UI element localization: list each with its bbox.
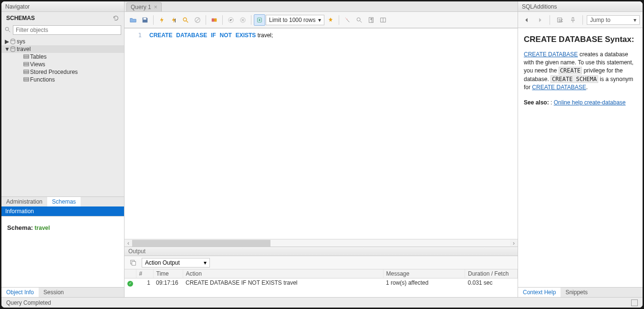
svg-rect-20 (214, 18, 217, 21)
svg-rect-5 (24, 57, 29, 59)
navigator-panel: Navigator SCHEMAS ▶sys ▼travel Tables Vi… (1, 1, 125, 297)
tab-context-help[interactable]: Context Help (518, 288, 561, 297)
tree-item-functions[interactable]: Functions (1, 76, 124, 83)
tab-snippets[interactable]: Snippets (561, 288, 592, 297)
info-schema-label: Schema: (7, 224, 33, 231)
svg-rect-14 (24, 80, 29, 82)
help-forward-button[interactable] (534, 14, 546, 26)
navigator-title: Navigator (1, 1, 124, 12)
tab-session[interactable]: Session (39, 288, 69, 297)
find-button[interactable] (342, 14, 353, 26)
folder-icon (22, 76, 30, 83)
scroll-right-icon[interactable]: › (510, 240, 518, 247)
tab-schemas[interactable]: Schemas (47, 197, 81, 206)
svg-point-0 (5, 27, 9, 31)
info-schema-value: travel (35, 225, 50, 231)
wrap-button[interactable] (377, 14, 389, 26)
svg-text:I: I (175, 18, 176, 23)
svg-text:sql: sql (558, 17, 563, 22)
open-file-button[interactable] (127, 14, 139, 26)
query-tab[interactable]: Query 1 × (126, 2, 162, 11)
svg-rect-19 (212, 18, 214, 21)
row-limit-select[interactable]: Limit to 1000 rows▾ (266, 15, 324, 25)
tree-item-tables[interactable]: Tables (1, 53, 124, 61)
chevron-down-icon: ▾ (634, 17, 636, 23)
folder-icon (22, 61, 30, 68)
output-view-icon[interactable] (127, 257, 139, 268)
success-icon: ✓ (127, 281, 133, 287)
help-heading: CREATE DATABASE Syntax: (524, 34, 637, 46)
information-body: Schema: travel (1, 216, 124, 288)
rollback-button[interactable] (237, 14, 249, 26)
col-message[interactable]: Message (383, 269, 465, 278)
link-create-database[interactable]: CREATE DATABASE (524, 51, 578, 58)
tab-object-info[interactable]: Object Info (1, 288, 39, 297)
information-header: Information (1, 206, 124, 216)
toggle-whitespace-button[interactable] (254, 14, 265, 26)
chevron-down-icon: ▾ (318, 17, 321, 23)
status-grid-icon[interactable] (631, 299, 638, 306)
beautify-button[interactable] (325, 14, 336, 26)
help-home-button[interactable]: sql (554, 14, 565, 26)
scroll-left-icon[interactable]: ‹ (125, 240, 132, 247)
output-panel-title: Output (125, 247, 518, 256)
stop-button[interactable] (192, 14, 203, 26)
execute-button[interactable] (156, 14, 167, 26)
save-button[interactable] (139, 14, 151, 26)
output-type-select[interactable]: Action Output▾ (142, 258, 210, 268)
help-pin-button[interactable] (567, 14, 579, 26)
col-num[interactable]: # (136, 269, 153, 278)
folder-icon (22, 53, 30, 60)
output-row[interactable]: ✓ 1 09:17:16 CREATE DATABASE IF NOT EXIS… (125, 278, 518, 288)
col-time[interactable]: Time (153, 269, 183, 278)
tree-item-stored-procedures[interactable]: Stored Procedures (1, 68, 124, 76)
tree-item-sys[interactable]: ▶sys (1, 38, 124, 45)
svg-point-2 (11, 47, 15, 49)
sql-editor[interactable]: 1 CREATE DATABASE IF NOT EXISTS travel; (125, 28, 518, 239)
folder-icon (22, 69, 30, 75)
col-duration[interactable]: Duration / Fetch (465, 269, 518, 278)
search-icon (4, 26, 11, 34)
link-online-help[interactable]: Online help create-database (554, 99, 626, 106)
editor-hscrollbar[interactable]: ‹ › (125, 239, 518, 247)
output-grid: # Time Action Message Duration / Fetch ✓… (125, 269, 518, 297)
svg-point-24 (259, 19, 260, 21)
svg-rect-8 (24, 65, 29, 66)
tree-item-travel[interactable]: ▼travel (1, 45, 124, 53)
svg-point-1 (11, 39, 15, 41)
close-icon[interactable]: × (154, 4, 157, 10)
toggle-invisible-button[interactable]: ¶ (365, 14, 377, 26)
sql-additions-panel: SQLAdditions sql Jump to▾ CREATE DATABAS… (518, 1, 643, 297)
link-create-database-2[interactable]: CREATE DATABASE (532, 84, 586, 91)
help-back-button[interactable] (521, 14, 532, 26)
toggle-autocommit-button[interactable] (208, 14, 220, 26)
svg-rect-11 (24, 72, 29, 74)
explain-button[interactable] (180, 14, 191, 26)
chevron-down-icon: ▾ (204, 259, 207, 266)
svg-point-17 (183, 18, 187, 21)
schema-tree: ▶sys ▼travel Tables Views Stored Procedu… (1, 37, 124, 196)
execute-current-button[interactable]: I (168, 14, 179, 26)
tab-administration[interactable]: Administration (1, 197, 47, 206)
svg-text:¶: ¶ (371, 17, 374, 22)
tree-item-views[interactable]: Views (1, 61, 124, 68)
svg-rect-30 (132, 261, 135, 265)
scrollbar-thumb[interactable] (132, 240, 270, 247)
filter-objects-input[interactable] (13, 25, 121, 35)
context-help-content: CREATE DATABASE Syntax: CREATE DATABASE … (518, 28, 643, 287)
status-bar: Query Completed (1, 297, 643, 308)
col-action[interactable]: Action (183, 269, 383, 278)
line-gutter: 1 (125, 29, 146, 239)
zoom-button[interactable] (353, 14, 365, 26)
status-text: Query Completed (6, 299, 51, 306)
commit-button[interactable] (225, 14, 237, 26)
sql-additions-title: SQLAdditions (518, 1, 643, 12)
jump-to-select[interactable]: Jump to▾ (587, 15, 640, 25)
schemas-heading: SCHEMAS (6, 15, 35, 21)
refresh-icon[interactable] (113, 15, 119, 21)
see-also-label: See also: (524, 99, 549, 106)
svg-rect-15 (144, 18, 146, 20)
svg-point-25 (357, 18, 361, 21)
sql-code[interactable]: CREATE DATABASE IF NOT EXISTS travel; (146, 29, 518, 239)
output-header-row: # Time Action Message Duration / Fetch (125, 269, 518, 278)
